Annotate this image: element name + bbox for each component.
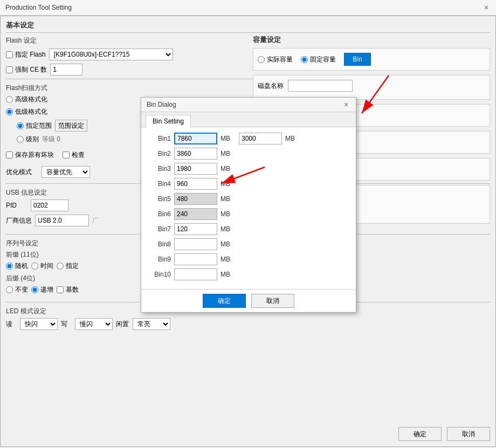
write-dropdown[interactable]: 慢闪 (75, 318, 113, 330)
bin5-label: Bin5 (152, 195, 171, 203)
disk-name-input[interactable] (288, 80, 353, 92)
capacity-section-title: 容量设定 (253, 35, 490, 45)
random-label: 随机 (15, 261, 28, 271)
bottom-bar: 确定 取消 (398, 427, 490, 441)
force-ce-label: 强制 CE 数 (15, 65, 47, 74)
idle-dropdown[interactable]: 常亮 (133, 318, 170, 330)
bin9-row: Bin9 MB (152, 253, 345, 265)
random-radio[interactable] (6, 263, 13, 270)
range-set-button[interactable]: 范围设定 (55, 120, 87, 132)
confirm-button[interactable]: 确定 (398, 427, 442, 441)
no-change-label: 不变 (15, 285, 28, 294)
time-radio-label[interactable]: 时间 (31, 261, 53, 271)
level-value: 等级 0 (42, 135, 60, 144)
bin-dialog-title-bar: Bin Dialog × (141, 98, 356, 112)
bin3-row: Bin3 MB (152, 163, 345, 175)
check-checkbox[interactable] (63, 151, 70, 158)
increment-radio[interactable] (31, 286, 38, 293)
bin1-label: Bin1 (152, 135, 171, 142)
force-ce-checkbox-label[interactable]: 强制 CE 数 (6, 65, 47, 74)
bin8-unit: MB (221, 240, 230, 248)
no-change-radio-label[interactable]: 不变 (6, 285, 28, 294)
level-radio-label[interactable]: 级别 (17, 135, 39, 144)
bin7-label: Bin7 (152, 225, 171, 233)
bin5-row: Bin5 MB (152, 193, 345, 205)
bin8-input[interactable] (174, 238, 217, 250)
bin5-unit: MB (221, 195, 230, 203)
bin4-input[interactable] (174, 178, 217, 190)
force-ce-input[interactable]: 1 (50, 64, 82, 75)
bin3-unit: MB (221, 165, 230, 173)
manufacturer-label: 厂商信息 (6, 216, 32, 225)
bin10-label: Bin10 (152, 271, 171, 278)
level-label: 级别 (26, 135, 39, 144)
read-label: 读 (6, 320, 17, 329)
bin10-unit: MB (221, 271, 230, 278)
bin-button[interactable]: Bin (344, 53, 371, 66)
time-radio[interactable] (31, 263, 38, 270)
window-title: Production Tool Setting (5, 4, 72, 11)
read-dropdown[interactable]: 快闪 (20, 318, 58, 330)
specify-range-label: 指定范围 (26, 121, 52, 130)
high-format-radio-label[interactable]: 高级格式化 (6, 95, 47, 104)
bin1-row: Bin1 MB MB (152, 133, 345, 144)
no-change-radio[interactable] (6, 286, 13, 293)
bin10-input[interactable] (174, 268, 217, 280)
level-radio[interactable] (17, 136, 24, 143)
actual-capacity-radio-label[interactable]: 实际容量 (258, 55, 293, 64)
bin6-unit: MB (221, 210, 230, 218)
cancel-button[interactable]: 取消 (447, 427, 490, 441)
bin-cancel-button[interactable]: 取消 (251, 294, 294, 308)
bin3-label: Bin3 (152, 165, 171, 173)
bin2-input[interactable] (174, 148, 217, 160)
bin3-input[interactable] (174, 163, 217, 175)
high-format-radio[interactable] (6, 96, 13, 103)
bin1-input[interactable] (174, 133, 217, 144)
manufacturer-input[interactable] (35, 215, 89, 226)
high-format-label: 高级格式化 (15, 95, 47, 104)
keep-bad-blocks-checkbox[interactable] (6, 151, 13, 158)
time-label: 时间 (40, 261, 53, 271)
actual-capacity-label: 实际容量 (267, 55, 293, 64)
bin9-input[interactable] (174, 253, 217, 265)
keep-bad-blocks-checkbox-label[interactable]: 保存原有坏块 (6, 150, 54, 160)
bin6-row: Bin6 MB (152, 208, 345, 220)
low-format-radio[interactable] (6, 108, 13, 115)
bin-setting-tab[interactable]: Bin Setting (146, 115, 191, 127)
specify-range-radio-label[interactable]: 指定范围 (17, 121, 52, 130)
specify-flash-checkbox-label[interactable]: 指定 Flash (6, 50, 46, 59)
specify-range-radio[interactable] (17, 122, 24, 129)
pid-input[interactable] (31, 199, 68, 211)
force-ce-checkbox[interactable] (6, 66, 13, 73)
bin-dialog-close-button[interactable]: × (342, 100, 350, 109)
check-label: 检查 (72, 150, 85, 160)
main-window: 基本设定 Flash 设定 指定 Flash [K9F1G08U0x]-ECF1… (0, 16, 496, 447)
bin1-extra-input[interactable] (239, 133, 282, 144)
write-label: 写 (61, 320, 72, 329)
window-close-button[interactable]: × (482, 3, 491, 12)
actual-capacity-radio[interactable] (258, 56, 265, 63)
bin-dialog-footer: 确定 取消 (141, 289, 356, 312)
specify-radio[interactable] (57, 263, 64, 270)
bin2-row: Bin2 MB (152, 148, 345, 160)
fixed-capacity-radio[interactable] (301, 56, 308, 63)
optimize-mode-dropdown[interactable]: 容量优先 (42, 166, 90, 178)
fixed-capacity-radio-label[interactable]: 固定容量 (301, 55, 336, 64)
bin-dialog: Bin Dialog × Bin Setting Bin1 MB MB Bin2… (141, 97, 356, 313)
increment-radio-label[interactable]: 递增 (31, 285, 53, 294)
bin6-input[interactable] (174, 208, 217, 220)
bin7-input[interactable] (174, 223, 217, 235)
base-checkbox-label[interactable]: 基数 (57, 285, 79, 294)
check-checkbox-label[interactable]: 检查 (63, 150, 85, 160)
bin-confirm-button[interactable]: 确定 (203, 294, 246, 308)
specify-flash-checkbox[interactable] (6, 51, 13, 58)
low-format-radio-label[interactable]: 低级格式化 (6, 107, 47, 116)
bin5-input[interactable] (174, 193, 217, 205)
manufacturer-extra: 厂 (92, 216, 99, 225)
bin8-label: Bin8 (152, 240, 171, 248)
base-checkbox[interactable] (57, 286, 64, 293)
specify-radio-label[interactable]: 指定 (57, 261, 79, 271)
bin7-unit: MB (221, 225, 230, 233)
random-radio-label[interactable]: 随机 (6, 261, 28, 271)
flash-dropdown[interactable]: [K9F1G08U0x]-ECF1??15 (49, 49, 173, 60)
